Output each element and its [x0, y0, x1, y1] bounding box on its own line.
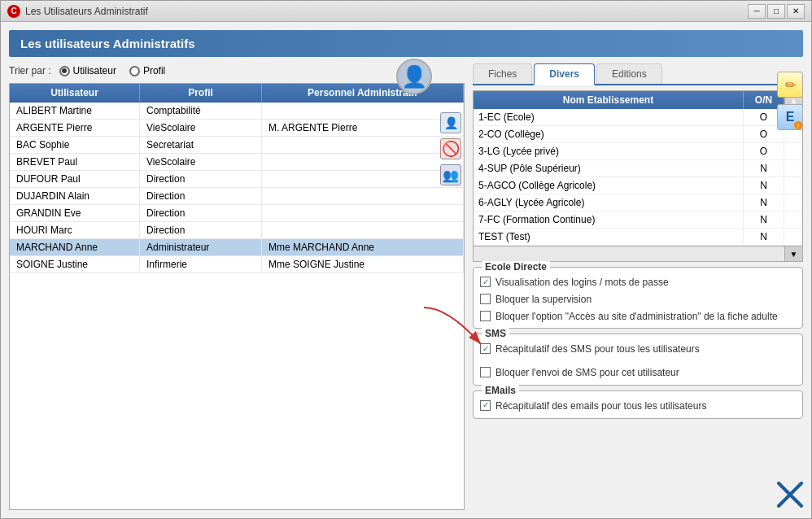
close-button[interactable]: ✕ — [787, 4, 805, 19]
etab-cell-nom: 3-LG (Lycée privé) — [474, 143, 744, 159]
radio-utilisateur[interactable]: Utilisateur — [59, 65, 116, 76]
action-icons-column: 👤 🚫 👥 — [440, 112, 461, 185]
cell-utilisateur: ARGENTE Pierre — [10, 120, 140, 136]
col-utilisateur: Utilisateur — [10, 84, 140, 102]
avatar: 👤 — [396, 59, 432, 94]
etab-cell-on: N — [744, 229, 784, 245]
etab-cell-on: N — [744, 212, 784, 228]
cell-profil: Direction — [140, 222, 262, 238]
radio-group: Utilisateur Profil — [59, 65, 166, 76]
etablissement-table: Nom Etablissement O/N ▲ 1-EC (Ecole) O 2… — [473, 90, 803, 262]
sms-section: SMS Récapitulatif des SMS pour tous les … — [473, 334, 803, 386]
cell-personnel — [262, 171, 464, 187]
main-content: Les utilisateurs Administratifs Trier pa… — [1, 22, 811, 518]
etab-col-nom: Nom Etablissement — [474, 91, 744, 109]
table-row[interactable]: MARCHAND Anne Administrateur Mme MARCHAN… — [10, 239, 464, 256]
radio-circle-utilisateur — [59, 66, 70, 76]
cell-profil: VieScolaire — [140, 154, 262, 170]
label-sms-recap: Récapitulatif des SMS pour tous les util… — [495, 342, 700, 356]
window-controls: ─ □ ✕ — [748, 4, 805, 19]
title-bar: C Les Utilisateurs Administratif ─ □ ✕ — [1, 1, 811, 22]
table-row[interactable]: GRANDIN Eve Direction — [10, 205, 464, 222]
etab-row[interactable]: 6-AGLY (Lycée Agricole) N — [474, 194, 802, 212]
etab-cell-on: O — [744, 143, 784, 159]
etab-row[interactable]: 2-CO (Collège) O — [474, 126, 802, 143]
checkbox-sms-block[interactable] — [480, 367, 491, 377]
table-row[interactable]: DUJARDIN Alain Direction — [10, 188, 464, 205]
checkbox-visualisation[interactable] — [480, 277, 491, 287]
table-row[interactable]: DUFOUR Paul Direction — [10, 171, 464, 188]
label-visualisation: Visualisation des logins / mots de passe — [495, 276, 669, 290]
user-icon[interactable]: 👤 — [440, 112, 461, 133]
tab-divers[interactable]: Divers — [534, 63, 595, 85]
table-row[interactable]: ALIBERT Martine Comptabilité — [10, 102, 464, 120]
etab-row[interactable]: 1-EC (Ecole) O — [474, 109, 802, 126]
etab-cell-nom: 1-EC (Ecole) — [474, 109, 744, 125]
radio-circle-profil — [129, 66, 140, 76]
ecole-directe-title: Ecole Directe — [482, 261, 550, 273]
cell-utilisateur: HOURI Marc — [10, 222, 140, 238]
etab-header: Nom Etablissement O/N ▲ — [474, 91, 802, 109]
check-row-visualisation: Visualisation des logins / mots de passe — [480, 276, 796, 290]
cell-profil: Secretariat — [140, 137, 262, 153]
restore-button[interactable]: □ — [767, 4, 785, 19]
etab-row[interactable]: TEST (Test) N — [474, 229, 802, 246]
radio-label-utilisateur: Utilisateur — [73, 65, 116, 76]
tab-fiches[interactable]: Fiches — [473, 63, 532, 84]
cell-personnel — [262, 205, 464, 221]
etab-body: 1-EC (Ecole) O 2-CO (Collège) O 3-LG (Ly… — [474, 109, 802, 246]
col-personnel: Personnel Administratif — [262, 84, 464, 102]
radio-label-profil: Profil — [143, 65, 165, 76]
check-row-blocage: Bloquer l'option "Accès au site d'admini… — [480, 310, 796, 324]
checkbox-blocage[interactable] — [480, 311, 491, 321]
etab-row[interactable]: 5-AGCO (Collège Agricole) N — [474, 177, 802, 194]
checkbox-sms-recap[interactable] — [480, 343, 491, 354]
etab-cell-on: N — [744, 160, 784, 177]
ecole-directe-section: Ecole Directe Visualisation des logins /… — [473, 267, 803, 329]
radio-profil[interactable]: Profil — [129, 65, 165, 76]
checkbox-email-recap[interactable] — [480, 400, 491, 411]
etab-cell-on: N — [744, 194, 784, 211]
table-body: ALIBERT Martine Comptabilité ARGENTE Pie… — [10, 102, 464, 509]
checkbox-supervision[interactable] — [480, 294, 491, 304]
tab-editions[interactable]: Editions — [596, 63, 662, 84]
label-supervision: Bloquer la supervision — [495, 293, 592, 307]
cell-personnel — [262, 222, 464, 238]
label-email-recap: Récapitulatif des emails pour tous les u… — [495, 399, 706, 413]
group-icon[interactable]: 👥 — [440, 164, 461, 185]
label-blocage: Bloquer l'option "Accès au site d'admini… — [495, 310, 778, 324]
cell-profil: Administrateur — [140, 239, 262, 255]
window-title: Les Utilisateurs Administratif — [25, 6, 148, 17]
cell-personnel — [262, 137, 464, 153]
left-panel: Trier par : Utilisateur Profil — [9, 63, 465, 510]
sms-content: Récapitulatif des SMS pour tous les util… — [480, 342, 796, 380]
cell-personnel: Mme MARCHAND Anne — [262, 239, 464, 255]
table-row[interactable]: HOURI Marc Direction — [10, 222, 464, 239]
etab-row[interactable]: 7-FC (Formation Continue) N — [474, 212, 802, 229]
etab-cell-nom: 6-AGLY (Lycée Agricole) — [474, 194, 744, 211]
table-row[interactable]: BAC Sophie Secretariat — [10, 137, 464, 154]
content-area: Trier par : Utilisateur Profil — [9, 63, 803, 510]
users-table: Utilisateur Profil Personnel Administrat… — [9, 83, 465, 510]
block-icon[interactable]: 🚫 — [440, 138, 461, 159]
etab-row[interactable]: 3-LG (Lycée privé) O — [474, 143, 802, 160]
table-row[interactable]: BREVET Paul VieScolaire — [10, 154, 464, 171]
table-row[interactable]: SOIGNE Justine Infirmerie Mme SOIGNE Jus… — [10, 256, 464, 273]
cell-profil: VieScolaire — [140, 120, 262, 136]
main-window: C Les Utilisateurs Administratif ─ □ ✕ L… — [0, 0, 812, 519]
table-row[interactable]: ARGENTE Pierre VieScolaire M. ARGENTE Pi… — [10, 120, 464, 137]
tabs-row: Fiches Divers Editions — [473, 63, 803, 85]
cell-profil: Direction — [140, 205, 262, 221]
etab-cell-nom: 7-FC (Formation Continue) — [474, 212, 744, 228]
emails-content: Récapitulatif des emails pour tous les u… — [480, 399, 796, 413]
cell-profil: Infirmerie — [140, 256, 262, 273]
cell-utilisateur: SOIGNE Justine — [10, 256, 140, 273]
etab-row[interactable]: 4-SUP (Pôle Supérieur) N — [474, 160, 802, 177]
e-button[interactable]: E ! — [777, 104, 803, 130]
close-bottom-button[interactable] — [775, 480, 805, 512]
edit-button[interactable]: ✏ — [777, 72, 803, 98]
check-row-email-recap: Récapitulatif des emails pour tous les u… — [480, 399, 796, 413]
notification-badge: ! — [794, 121, 802, 129]
minimize-button[interactable]: ─ — [748, 4, 766, 19]
etab-scroll-down[interactable]: ▼ — [784, 246, 802, 261]
